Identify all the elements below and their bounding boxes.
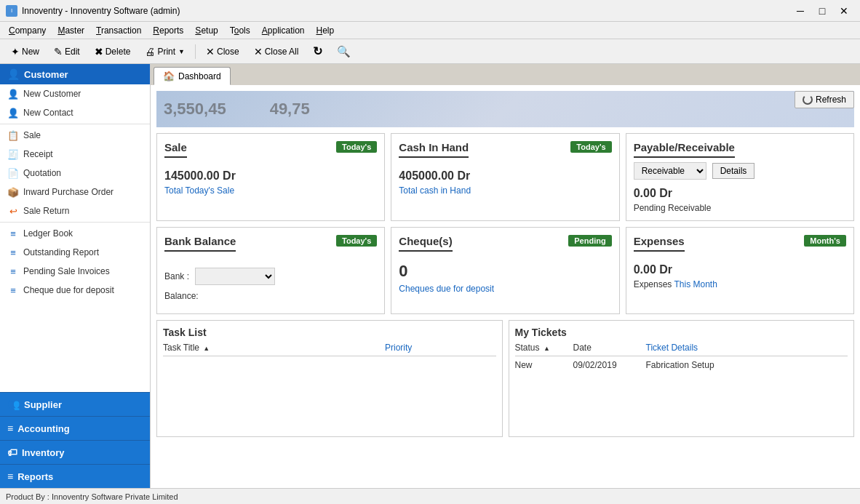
menu-help[interactable]: Help bbox=[310, 24, 340, 37]
tab-bar: 🏠 Dashboard bbox=[151, 64, 860, 85]
dashboard-tab-icon: 🏠 bbox=[163, 71, 175, 81]
toolbar: ✦ New ✎ Edit ✖ Delete 🖨 Print ▼ ✕ Close … bbox=[0, 39, 860, 64]
bank-badge: Today's bbox=[336, 235, 377, 247]
sale-return-icon: ↩ bbox=[7, 205, 19, 217]
receipt-icon: 🧾 bbox=[7, 148, 19, 160]
edit-button[interactable]: ✎ Edit bbox=[47, 43, 87, 60]
cash-amount: 405000.00 Dr bbox=[399, 169, 611, 183]
bank-dropdown[interactable] bbox=[195, 268, 275, 285]
minimize-button[interactable]: ─ bbox=[790, 3, 811, 19]
print-button[interactable]: 🖨 Print ▼ bbox=[138, 43, 191, 60]
payable-subtitle: Pending Receivable bbox=[634, 203, 846, 213]
sale-card: Today's Sale 145000.00 Dr Total Today's … bbox=[156, 133, 385, 221]
cheque-badge: Pending bbox=[568, 235, 611, 247]
payable-card-title: Payable/Receivable bbox=[634, 141, 735, 158]
new-button[interactable]: ✦ New bbox=[4, 43, 46, 60]
cash-card-title: Cash In Hand bbox=[399, 141, 469, 158]
cash-card: Today's Cash In Hand 405000.00 Dr Total … bbox=[391, 133, 619, 221]
sidebar-item-inward-purchase-order[interactable]: 📦 Inward Purchase Order bbox=[0, 183, 150, 201]
sidebar-item-new-contact[interactable]: 👤 New Contact bbox=[0, 103, 150, 122]
refresh-toolbar-button[interactable]: ↻ bbox=[306, 41, 329, 61]
cheque-card: Pending Cheque(s) 0 Cheques due for depo… bbox=[391, 227, 619, 314]
refresh-button[interactable]: Refresh bbox=[795, 91, 854, 108]
ticket-details: Fabrication Setup bbox=[646, 360, 848, 370]
sidebar-item-receipt[interactable]: 🧾 Receipt bbox=[0, 145, 150, 164]
task-sort-icon: ▲ bbox=[203, 345, 210, 352]
refresh-icon bbox=[803, 95, 813, 105]
sidebar-item-sale[interactable]: 📋 Sale bbox=[0, 126, 150, 145]
menu-setup[interactable]: Setup bbox=[189, 24, 223, 37]
expenses-badge: Month's bbox=[804, 235, 846, 247]
menu-tools[interactable]: Tools bbox=[224, 24, 256, 37]
title-bar: I Innoventry - Innoventry Software (admi… bbox=[0, 0, 860, 22]
cash-subtitle: Total cash in Hand bbox=[399, 185, 611, 196]
sidebar: 👤 Customer 👤 New Customer 👤 New Contact … bbox=[0, 64, 151, 488]
tickets-table-header: Status ▲ Date Ticket Details bbox=[515, 343, 848, 356]
bank-card: Today's Bank Balance Bank : Balance: bbox=[156, 227, 385, 314]
edit-icon: ✎ bbox=[54, 46, 63, 57]
close-window-button[interactable]: ✕ bbox=[834, 3, 854, 19]
sale-card-title: Sale bbox=[164, 141, 187, 158]
cash-badge: Today's bbox=[570, 141, 611, 153]
task-list-title: Task List bbox=[163, 327, 496, 338]
task-table-header: Task Title ▲ Priority bbox=[163, 343, 496, 356]
task-list-body bbox=[163, 358, 496, 431]
new-contact-icon: 👤 bbox=[7, 107, 19, 119]
sidebar-item-sale-return[interactable]: ↩ Sale Return bbox=[0, 201, 150, 220]
close-button[interactable]: ✕ Close bbox=[199, 43, 246, 60]
delete-icon: ✖ bbox=[95, 46, 103, 57]
status-bar: Product By : Innoventry Software Private… bbox=[0, 488, 860, 504]
outstanding-icon: ≡ bbox=[7, 247, 19, 258]
menu-master[interactable]: Master bbox=[52, 24, 90, 37]
cards-row-1: Today's Sale 145000.00 Dr Total Today's … bbox=[156, 133, 854, 221]
window-controls: ─ □ ✕ bbox=[790, 3, 854, 19]
menu-reports[interactable]: Reports bbox=[147, 24, 189, 37]
search-button[interactable]: 🔍 bbox=[330, 42, 357, 61]
ticket-col-details: Ticket Details bbox=[646, 343, 848, 353]
details-button[interactable]: Details bbox=[712, 163, 755, 179]
sidebar-item-cheque-due[interactable]: ≡ Cheque due for deposit bbox=[0, 281, 150, 300]
search-icon: 🔍 bbox=[337, 45, 351, 58]
print-icon: 🖨 bbox=[145, 46, 155, 57]
content-area: 🏠 Dashboard Refresh 3,550,45 49,75 Today… bbox=[151, 64, 860, 488]
sidebar-item-pending-sale-invoices[interactable]: ≡ Pending Sale Invoices bbox=[0, 262, 150, 281]
bank-card-title: Bank Balance bbox=[164, 235, 236, 252]
restore-button[interactable]: □ bbox=[812, 3, 832, 19]
cards-row-2: Today's Bank Balance Bank : Balance: Pen… bbox=[156, 227, 854, 314]
new-customer-icon: 👤 bbox=[7, 88, 19, 100]
banner-text-2: 49,75 bbox=[270, 100, 310, 119]
dashboard: Refresh 3,550,45 49,75 Today's Sale 1450… bbox=[151, 85, 860, 488]
menu-company[interactable]: Company bbox=[3, 24, 52, 37]
receivable-dropdown[interactable]: Receivable bbox=[634, 162, 706, 180]
sidebar-bottom: 👥 Supplier ≡ Accounting 🏷 Inventory ≡ Re… bbox=[0, 392, 150, 488]
tickets-card: My Tickets Status ▲ Date Ticket Details bbox=[509, 320, 855, 437]
sidebar-customer-header[interactable]: 👤 Customer bbox=[0, 64, 150, 84]
payable-amount: 0.00 Dr bbox=[634, 187, 846, 200]
sidebar-item-new-customer[interactable]: 👤 New Customer bbox=[0, 84, 150, 103]
quotation-icon: 📄 bbox=[7, 167, 19, 179]
menu-transaction[interactable]: Transaction bbox=[90, 24, 147, 37]
menu-application[interactable]: Application bbox=[256, 24, 311, 37]
sale-subtitle: Total Today's Sale bbox=[164, 185, 377, 196]
balance-label: Balance: bbox=[164, 291, 199, 301]
sidebar-item-outstanding-report[interactable]: ≡ Outstanding Report bbox=[0, 243, 150, 262]
sidebar-bottom-accounting[interactable]: ≡ Accounting bbox=[0, 416, 150, 440]
close-all-button[interactable]: ✕ Close All bbox=[247, 43, 306, 60]
cheque-card-title: Cheque(s) bbox=[399, 235, 452, 252]
sidebar-bottom-supplier[interactable]: 👥 Supplier bbox=[0, 392, 150, 416]
task-col-priority: Priority bbox=[385, 343, 496, 353]
cheque-subtitle: Cheques due for deposit bbox=[399, 284, 611, 294]
status-sort-icon: ▲ bbox=[544, 345, 550, 352]
accounting-icon: ≡ bbox=[7, 423, 13, 434]
sidebar-item-ledger-book[interactable]: ≡ Ledger Book bbox=[0, 224, 150, 243]
tab-dashboard[interactable]: 🏠 Dashboard bbox=[154, 67, 231, 85]
sidebar-item-quotation[interactable]: 📄 Quotation bbox=[0, 164, 150, 183]
pending-invoices-icon: ≡ bbox=[7, 265, 19, 277]
cheque-count: 0 bbox=[399, 262, 611, 281]
sidebar-divider-1 bbox=[0, 124, 150, 124]
sidebar-bottom-reports[interactable]: ≡ Reports bbox=[0, 464, 150, 488]
delete-button[interactable]: ✖ Delete bbox=[88, 43, 138, 60]
expenses-amount: 0.00 Dr bbox=[634, 263, 846, 276]
sidebar-bottom-inventory[interactable]: 🏷 Inventory bbox=[0, 440, 150, 464]
close-all-icon: ✕ bbox=[254, 46, 263, 57]
